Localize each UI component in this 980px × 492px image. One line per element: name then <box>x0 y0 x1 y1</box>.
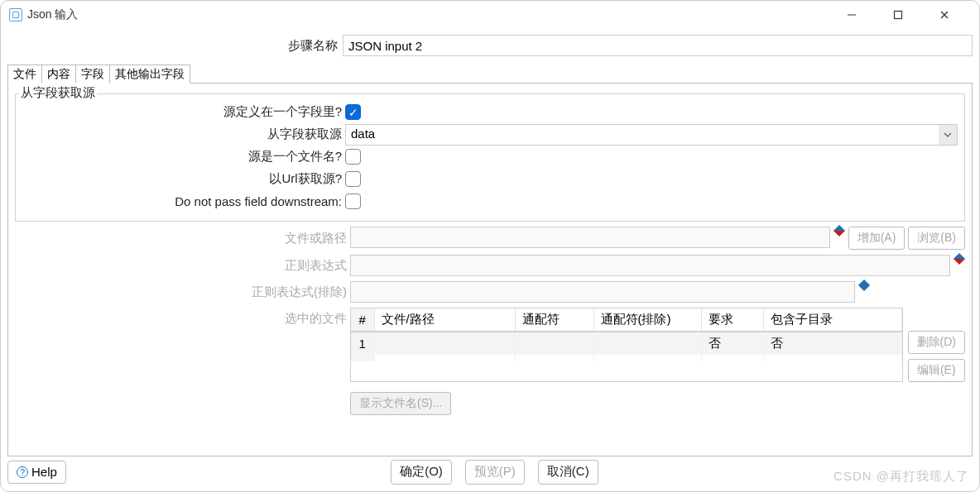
variable-icon[interactable] <box>858 279 870 291</box>
ok-button[interactable]: 确定(O) <box>391 460 452 485</box>
col-path[interactable]: 文件/路径 <box>374 308 515 332</box>
table-row[interactable] <box>351 355 901 361</box>
label-from-url: 以Url获取源? <box>22 171 345 187</box>
dialog-footer: ? Help 确定(O) 预览(P) 取消(C) <box>1 456 979 491</box>
chevron-down-icon[interactable] <box>939 125 957 145</box>
label-regex-exclude: 正则表达式(排除) <box>15 284 350 300</box>
fieldset-legend: 从字段获取源 <box>19 85 97 101</box>
label-selected-files: 选中的文件 <box>15 308 350 327</box>
step-name-input[interactable] <box>343 35 973 56</box>
browse-button: 浏览(B) <box>908 227 965 250</box>
col-subdirs[interactable]: 包含子目录 <box>763 308 901 332</box>
fieldset-source-from-field: 从字段获取源 源定义在一个字段里? 从字段获取源 data 源是一个 <box>15 93 965 222</box>
files-grid[interactable]: # 文件/路径 通配符 通配符(排除) 要求 包含子目录 <box>350 308 903 382</box>
svg-rect-1 <box>895 12 902 19</box>
variable-icon[interactable] <box>954 253 965 265</box>
label-from-field: 从字段获取源 <box>22 127 345 142</box>
cell-wcex[interactable] <box>593 332 701 355</box>
help-button[interactable]: ? Help <box>7 461 66 484</box>
tab-content[interactable]: 内容 <box>41 64 76 84</box>
checkbox-source-in-field[interactable] <box>345 104 361 120</box>
window-title: Json 输入 <box>27 7 78 22</box>
combo-from-field[interactable]: data <box>345 124 958 146</box>
label-file-or-path: 文件或路径 <box>15 231 350 246</box>
label-is-filename: 源是一个文件名? <box>22 149 345 165</box>
close-button[interactable] <box>933 3 956 26</box>
titlebar: Json 输入 <box>1 1 979 29</box>
tab-file[interactable]: 文件 <box>7 64 42 84</box>
col-wildcard-exclude[interactable]: 通配符(排除) <box>593 308 701 332</box>
input-file-or-path <box>350 227 830 248</box>
label-source-in-field: 源定义在一个字段里? <box>22 104 345 120</box>
checkbox-no-pass[interactable] <box>345 193 361 209</box>
tab-panel-file: 从字段获取源 源定义在一个字段里? 从字段获取源 data 源是一个 <box>7 84 973 456</box>
variable-icon[interactable] <box>833 225 845 236</box>
maximize-button[interactable] <box>886 3 910 26</box>
cancel-button[interactable]: 取消(C) <box>538 460 598 485</box>
edit-button: 编辑(E) <box>908 359 965 382</box>
combo-from-field-text: data <box>346 125 939 145</box>
label-no-pass: Do not pass field downstream: <box>22 194 345 208</box>
help-label: Help <box>31 465 57 479</box>
help-icon: ? <box>17 466 28 478</box>
step-name-label: 步骤名称 <box>7 38 343 54</box>
tab-other-output[interactable]: 其他输出字段 <box>109 64 190 84</box>
show-filenames-button: 显示文件名(S)... <box>350 392 451 415</box>
cell-path[interactable] <box>374 332 515 355</box>
checkbox-is-filename[interactable] <box>345 149 361 165</box>
cell-subdir[interactable]: 否 <box>763 332 901 355</box>
col-wildcard[interactable]: 通配符 <box>515 308 593 332</box>
window-controls <box>840 3 974 26</box>
col-num: # <box>351 308 374 332</box>
cell-num: 1 <box>351 332 374 355</box>
tab-fields[interactable]: 字段 <box>75 64 110 84</box>
tabstrip: 文件 内容 字段 其他输出字段 <box>7 64 973 84</box>
label-regex: 正则表达式 <box>15 258 350 274</box>
add-button: 增加(A) <box>848 227 906 250</box>
input-regex <box>350 255 950 276</box>
checkbox-from-url[interactable] <box>345 171 361 187</box>
window-root: Json 输入 步骤名称 文件 内容 字段 其他输出字段 从字段获取源 源定义在… <box>0 0 980 492</box>
step-name-row: 步骤名称 <box>7 32 973 59</box>
table-row[interactable]: 1 否 否 <box>351 332 901 355</box>
cell-req[interactable]: 否 <box>701 332 763 355</box>
preview-button: 预览(P) <box>465 460 525 485</box>
minimize-button[interactable] <box>840 3 863 26</box>
cell-wc[interactable] <box>515 332 593 355</box>
col-required[interactable]: 要求 <box>701 308 763 332</box>
input-regex-exclude <box>350 281 855 303</box>
delete-button: 删除(D) <box>908 331 965 354</box>
app-icon <box>9 8 22 21</box>
